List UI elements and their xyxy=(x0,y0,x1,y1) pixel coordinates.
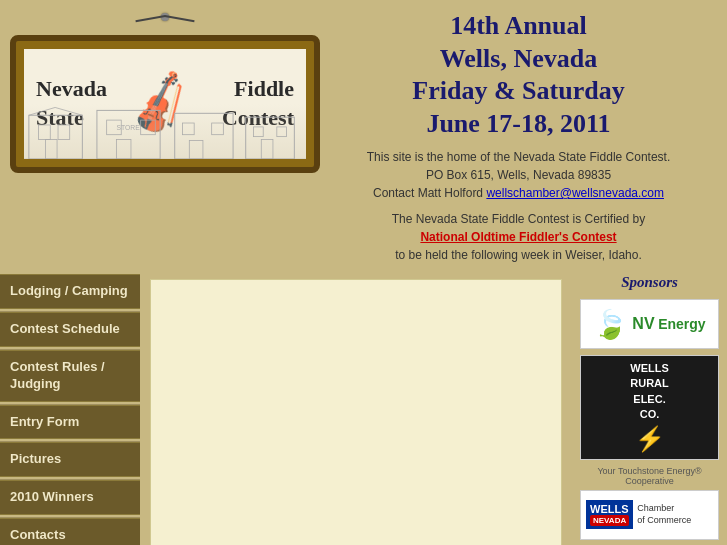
svg-rect-2 xyxy=(58,125,70,140)
certified-text: The Nevada State Fiddle Contest is Certi… xyxy=(335,210,702,264)
svg-rect-17 xyxy=(277,127,287,137)
sponsor-wells-rural: WELLS RURAL ELEC. CO. ⚡ xyxy=(580,355,719,460)
sidebar-item-winners[interactable]: 2010 Winners xyxy=(0,480,140,518)
svg-line-4 xyxy=(29,107,55,115)
nvenergy-leaf-icon: 🍃 xyxy=(593,308,628,341)
svg-rect-16 xyxy=(253,127,263,137)
sidebar-link-contacts[interactable]: Contacts xyxy=(0,518,140,545)
sponsors-title: Sponsors xyxy=(580,274,719,291)
svg-rect-8 xyxy=(141,120,156,135)
building-svg: STORE xyxy=(24,104,306,159)
event-info-line3: Contact Matt Holford xyxy=(373,186,483,200)
event-title-line3: Friday & Saturday xyxy=(412,76,624,105)
nvenergy-energy: Energy xyxy=(658,316,705,332)
sidebar-link-lodging[interactable]: Lodging / Camping xyxy=(0,274,140,309)
email-link[interactable]: wellschamber@wellsnevada.com xyxy=(486,186,664,200)
svg-rect-1 xyxy=(39,125,51,140)
sponsors-column: Sponsors 🍃 NV Energy WELLS RURAL ELEC. C… xyxy=(572,269,727,545)
nevada-badge: NEVADA xyxy=(590,515,629,526)
event-title-line2: Wells, Nevada xyxy=(440,44,597,73)
svg-rect-3 xyxy=(45,140,57,159)
center-content xyxy=(140,269,572,545)
nvenergy-text: NV Energy xyxy=(632,315,705,333)
wells-rural-lightning-icon: ⚡ xyxy=(586,423,713,454)
logo-inner: Nevada State 🎻 Fiddle Contest xyxy=(24,49,306,159)
certified-link[interactable]: National Oldtime Fiddler's Contest xyxy=(420,230,616,244)
logo-wrapper: Nevada State 🎻 Fiddle Contest xyxy=(10,35,320,264)
event-info-line1: This site is the home of the Nevada Stat… xyxy=(367,150,671,164)
svg-rect-9 xyxy=(116,140,131,159)
sponsor-nvenergy: 🍃 NV Energy xyxy=(580,299,719,349)
wells-rural-wells: WELLS xyxy=(630,362,669,374)
svg-rect-0 xyxy=(29,115,82,159)
event-title-line4: June 17-18, 2011 xyxy=(426,109,610,138)
sidebar-link-entry[interactable]: Entry Form xyxy=(0,405,140,440)
main-content: Lodging / Camping Contest Schedule Conte… xyxy=(0,269,727,545)
certified-line2: to be held the following week in Weiser,… xyxy=(395,248,642,262)
wells-chamber-blue: WELLS NEVADA xyxy=(586,500,633,529)
svg-rect-13 xyxy=(212,123,224,135)
sidebar-item-pictures[interactable]: Pictures xyxy=(0,442,140,480)
wells-rural-rural: RURAL xyxy=(630,377,669,389)
svg-rect-12 xyxy=(183,123,195,135)
svg-rect-14 xyxy=(189,141,203,159)
sidebar-link-schedule[interactable]: Contest Schedule xyxy=(0,312,140,347)
svg-rect-11 xyxy=(175,113,233,159)
building-sketch: STORE xyxy=(24,104,306,159)
wells-rural-tagline: Your Touchstone Energy® Cooperative xyxy=(580,466,719,486)
certified-line1: The Nevada State Fiddle Contest is Certi… xyxy=(392,212,645,226)
logo-frame: Nevada State 🎻 Fiddle Contest xyxy=(10,35,320,173)
wells-rural-text: WELLS RURAL ELEC. CO. xyxy=(586,361,713,423)
chamber-text: Chamberof Commerce xyxy=(637,503,691,526)
sidebar-nav: Lodging / Camping Contest Schedule Conte… xyxy=(0,274,140,545)
event-info: This site is the home of the Nevada Stat… xyxy=(335,148,702,202)
svg-line-5 xyxy=(55,107,82,115)
sidebar-link-pictures[interactable]: Pictures xyxy=(0,442,140,477)
svg-rect-18 xyxy=(261,140,273,159)
sidebar: Lodging / Camping Contest Schedule Conte… xyxy=(0,269,140,545)
event-info-line2: PO Box 615, Wells, Nevada 89835 xyxy=(426,168,611,182)
sidebar-item-rules[interactable]: Contest Rules / Judging xyxy=(0,350,140,405)
sponsor-wells-chamber: WELLS NEVADA Chamberof Commerce xyxy=(580,490,719,540)
sidebar-link-rules[interactable]: Contest Rules / Judging xyxy=(0,350,140,402)
nvenergy-inner: 🍃 NV Energy xyxy=(593,308,705,341)
nvenergy-nv: NV xyxy=(632,315,654,332)
page-header: Nevada State 🎻 Fiddle Contest xyxy=(0,0,727,269)
wells-chamber-inner: WELLS NEVADA Chamberof Commerce xyxy=(586,500,713,529)
svg-text:STORE: STORE xyxy=(116,124,140,131)
event-title-line1: 14th Annual xyxy=(450,11,587,40)
svg-rect-15 xyxy=(246,117,295,159)
sidebar-item-contacts[interactable]: Contacts xyxy=(0,518,140,545)
header-right: 14th Annual Wells, Nevada Friday & Satur… xyxy=(320,10,717,264)
wells-text: WELLS xyxy=(590,503,629,515)
sidebar-item-entry[interactable]: Entry Form xyxy=(0,405,140,443)
sidebar-link-winners[interactable]: 2010 Winners xyxy=(0,480,140,515)
sidebar-item-lodging[interactable]: Lodging / Camping xyxy=(0,274,140,312)
wells-rural-elec: ELEC. xyxy=(633,393,665,405)
event-title: 14th Annual Wells, Nevada Friday & Satur… xyxy=(335,10,702,140)
sidebar-item-schedule[interactable]: Contest Schedule xyxy=(0,312,140,350)
wells-rural-inner: WELLS RURAL ELEC. CO. ⚡ xyxy=(581,356,718,459)
content-box xyxy=(150,279,562,545)
wells-rural-co: CO. xyxy=(640,408,660,420)
